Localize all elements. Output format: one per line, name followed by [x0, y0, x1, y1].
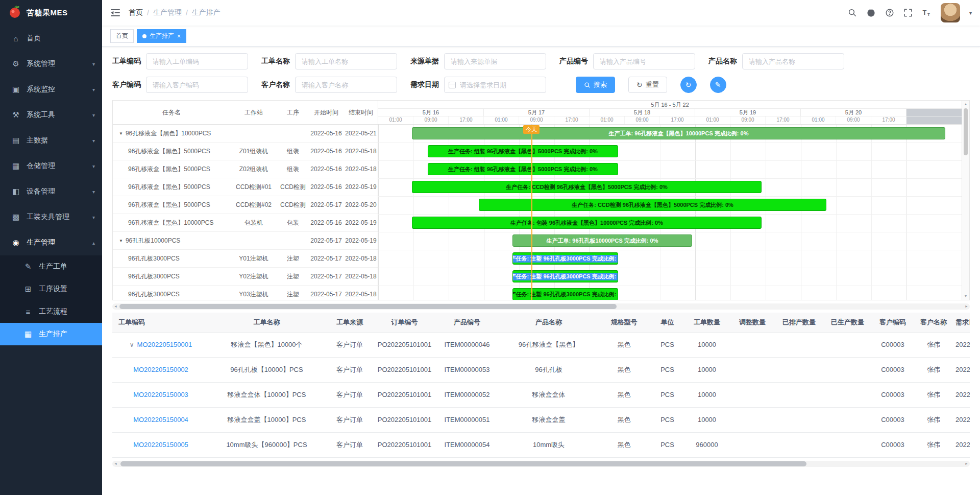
refresh-circle-button[interactable]: ↻ — [680, 77, 697, 93]
gantt-task-row[interactable]: 96孔移液盒【黑色】10000PCS包装机包装2022-05-162022-05… — [113, 214, 378, 232]
order-code-link[interactable]: MO202205150005 — [133, 441, 188, 449]
task-cell: Z02组装机 — [230, 165, 277, 174]
gantt-task-row[interactable]: 96孔孔板3000PCSY02注塑机注塑2022-05-172022-05-18 — [113, 268, 378, 286]
sidebar-item-0[interactable]: ⌂首页 — [0, 26, 102, 51]
order-row[interactable]: MO202205150003移液盒盒体【10000】PCS客户订单PO20220… — [112, 382, 970, 407]
orders-horizontal-scrollbar[interactable]: ◄ ► — [112, 461, 970, 467]
gantt-task-row[interactable]: 96孔移液盒【黑色】5000PCSCCD检测#01CCD检测2022-05-16… — [113, 178, 378, 196]
workorder-bar[interactable]: 生产工单: 96孔孔板10000PCS 完成比例: 0% — [512, 234, 692, 247]
scroll-right-icon[interactable]: ► — [965, 462, 968, 465]
sidebar-toggle-icon[interactable] — [110, 8, 120, 18]
task-bar[interactable]: 生产任务: 注塑 96孔孔板3000PCS 完成比例: 0% — [512, 270, 618, 282]
workorder-bar[interactable]: 生产工单: 96孔移液盒【黑色】10000PCS 完成比例: 0% — [412, 127, 945, 139]
demand-date-input[interactable] — [444, 77, 546, 93]
edit-circle-button[interactable]: ✎ — [710, 77, 726, 93]
sidebar-item-5[interactable]: ▦仓储管理▾ — [0, 153, 102, 179]
gantt-task-row[interactable]: ▼96孔移液盒【黑色】10000PCS2022-05-162022-05-21 — [113, 125, 378, 143]
bar-label: 生产任务: 组装 96孔移液盒【黑色】5000PCS 完成比例: 0% — [446, 148, 600, 155]
filter-input[interactable] — [742, 53, 844, 69]
order-cell: PO202205101001 — [375, 432, 434, 457]
avatar-caret-icon[interactable]: ▾ — [969, 10, 972, 16]
gantt-task-row[interactable]: ▼96孔孔板10000PCS2022-05-172022-05-19 — [113, 232, 378, 250]
sidebar-item-7[interactable]: ▩工装夹具管理▾ — [0, 204, 102, 230]
tree-expand-icon[interactable]: ▼ — [119, 239, 123, 243]
gantt-day-row: 5月 165月 175月 185月 195月 20 — [378, 109, 962, 116]
help-icon[interactable] — [885, 8, 894, 17]
row-expand-icon[interactable]: ∨ — [130, 341, 134, 348]
tree-expand-icon[interactable]: ▼ — [119, 131, 123, 136]
order-cell — [730, 332, 775, 357]
task-cell: Y02注塑机 — [230, 272, 277, 281]
breadcrumb-item[interactable]: 首页 — [129, 8, 143, 17]
task-name: 96孔移液盒【黑色】10000PCS — [126, 129, 211, 138]
task-cell: CCD检测 — [277, 183, 309, 192]
task-name-cell: 96孔孔板3000PCS — [113, 272, 230, 281]
vertical-scrollbar-thumb[interactable] — [964, 108, 968, 155]
scroll-left-icon[interactable]: ◄ — [114, 462, 117, 465]
tab-close-icon[interactable]: × — [177, 33, 181, 39]
sidebar-item-4[interactable]: ▤主数据▾ — [0, 128, 102, 153]
search-icon[interactable] — [848, 8, 857, 17]
sidebar-subitem-3[interactable]: ▦生产排产 — [0, 323, 102, 345]
order-code-link[interactable]: MO202205150001 — [137, 341, 192, 348]
gantt-vertical-scrollbar[interactable]: ▲ ▼ — [962, 101, 969, 300]
tab-1[interactable]: 生产排产× — [137, 29, 186, 43]
gantt-horizontal-scrollbar[interactable]: ◄ ► — [112, 303, 970, 310]
filter-input[interactable] — [295, 77, 397, 93]
reset-button[interactable]: ↻重置 — [628, 77, 667, 93]
sidebar-subitem-0[interactable]: ✎生产工单 — [0, 255, 102, 278]
horizontal-scrollbar-thumb[interactable] — [120, 461, 806, 466]
scroll-right-icon[interactable]: ► — [965, 304, 968, 308]
gantt-task-row[interactable]: 96孔移液盒【黑色】5000PCSZ01组装机组装2022-05-162022-… — [113, 143, 378, 160]
order-code-link[interactable]: MO202205150004 — [133, 416, 188, 423]
github-icon[interactable] — [866, 8, 876, 18]
horizontal-scrollbar-thumb[interactable] — [119, 304, 617, 309]
gantt-task-row[interactable]: 96孔孔板3000PCSY01注塑机注塑2022-05-172022-05-18 — [113, 250, 378, 268]
gantt-task-row[interactable]: 96孔孔板3000PCSY03注塑机注塑2022-05-172022-05-18 — [113, 286, 378, 300]
sidebar-item-6[interactable]: ◧设备管理▾ — [0, 179, 102, 204]
task-bar[interactable]: 生产任务: 注塑 96孔孔板3000PCS 完成比例: 0% — [512, 252, 618, 265]
sidebar-item-8[interactable]: ◉生产管理▴ — [0, 230, 102, 255]
font-size-icon[interactable]: T T — [922, 8, 932, 18]
sidebar-subitem-1[interactable]: ⊞工序设置 — [0, 278, 102, 300]
order-row[interactable]: MO20220515000510mm吸头【960000】PCS客户订单PO202… — [112, 432, 970, 457]
tab-0[interactable]: 首页 — [110, 29, 134, 43]
task-bar[interactable]: 生产任务: 组装 96孔移液盒【黑色】5000PCS 完成比例: 0% — [428, 163, 618, 175]
filter-input[interactable] — [593, 53, 695, 69]
search-button[interactable]: 搜索 — [576, 77, 615, 93]
sidebar-item-2[interactable]: ▣系统监控▾ — [0, 77, 102, 102]
task-bar[interactable]: 生产任务: 组装 96孔移液盒【黑色】5000PCS 完成比例: 0% — [428, 145, 618, 157]
order-cell: 移液盒盒盖【10000】PCS — [209, 407, 324, 432]
order-code-cell: MO202205150005 — [112, 432, 209, 457]
gantt-col-header: 开始时间 — [309, 108, 344, 117]
logo[interactable]: 苦糖果MES — [0, 0, 102, 26]
gantt-task-row[interactable]: 96孔移液盒【黑色】5000PCSCCD检测#02CCD检测2022-05-17… — [113, 196, 378, 214]
sidebar-subitem-2[interactable]: ≡工艺流程 — [0, 300, 102, 323]
bar-label: 生产任务: 组装 96孔移液盒【黑色】5000PCS 完成比例: 0% — [446, 166, 600, 173]
sidebar-subitem-label: 生产工单 — [39, 262, 95, 271]
task-bar[interactable]: 生产任务: 包装 96孔移液盒【黑色】10000PCS 完成比例: 0% — [412, 217, 762, 229]
fullscreen-icon[interactable] — [903, 8, 913, 17]
filter-input[interactable] — [146, 53, 248, 69]
filter-input[interactable] — [146, 77, 248, 93]
sync-icon: ↻ — [685, 81, 692, 88]
task-bar[interactable]: 生产任务: CCD检测 96孔移液盒【黑色】5000PCS 完成比例: 0% — [412, 181, 762, 193]
sidebar-item-3[interactable]: ⚒系统工具▾ — [0, 102, 102, 128]
order-cell: 10mm吸头 — [500, 432, 597, 457]
order-row[interactable]: MO20220515000296孔孔板【10000】PCS客户订单PO20220… — [112, 357, 970, 382]
task-bar[interactable]: 生产任务: 注塑 96孔孔板3000PCS 完成比例: 0% — [512, 288, 618, 300]
gantt-task-row[interactable]: 96孔移液盒【黑色】5000PCSZ02组装机组装2022-05-162022-… — [113, 160, 378, 178]
order-code-link[interactable]: MO202205150003 — [133, 391, 188, 398]
filter-input[interactable] — [444, 53, 546, 69]
task-cell: 2022-05-19 — [344, 237, 378, 244]
sidebar-item-1[interactable]: ⚙系统管理▾ — [0, 51, 102, 77]
avatar[interactable] — [941, 3, 960, 22]
order-code-link[interactable]: MO202205150002 — [133, 366, 188, 373]
today-marker-line — [531, 125, 532, 300]
filter-input[interactable] — [295, 53, 397, 69]
order-row[interactable]: ∨MO202205150001移液盒【黑色】10000个客户订单PO202205… — [112, 332, 970, 357]
order-row[interactable]: MO202205150004移液盒盒盖【10000】PCS客户订单PO20220… — [112, 407, 970, 432]
scroll-up-icon[interactable]: ▲ — [964, 102, 968, 107]
scroll-left-icon[interactable]: ◄ — [114, 304, 117, 308]
scroll-down-icon[interactable]: ▼ — [964, 294, 968, 299]
